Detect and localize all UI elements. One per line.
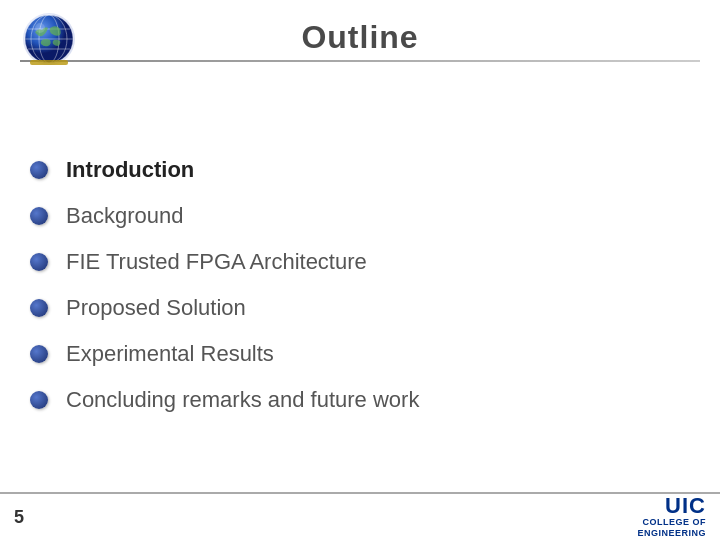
footer: 5 UIC COLLEGE OF ENGINEERING — [0, 492, 720, 540]
uic-logo-text: UIC — [665, 495, 706, 517]
bullet-item-1: Background — [30, 193, 690, 239]
bullet-item-5: Concluding remarks and future work — [30, 377, 690, 423]
bullet-item-3: Proposed Solution — [30, 285, 690, 331]
bullet-text-3: Proposed Solution — [66, 295, 246, 321]
bullet-text-2: FIE Trusted FPGA Architecture — [66, 249, 367, 275]
globe-icon — [20, 10, 78, 68]
bullet-dot-4 — [30, 345, 48, 363]
bullet-item-2: FIE Trusted FPGA Architecture — [30, 239, 690, 285]
slide-title: Outline — [301, 19, 418, 56]
bullet-text-5: Concluding remarks and future work — [66, 387, 419, 413]
uic-logo-subtitle: COLLEGE OF ENGINEERING — [637, 517, 706, 539]
page-number: 5 — [14, 507, 24, 528]
bullet-text-1: Background — [66, 203, 183, 229]
svg-point-7 — [35, 23, 45, 33]
bullet-dot-3 — [30, 299, 48, 317]
bullet-dot-5 — [30, 391, 48, 409]
bullet-text-4: Experimental Results — [66, 341, 274, 367]
bullet-item-0: Introduction — [30, 147, 690, 193]
title-underline — [20, 60, 700, 62]
bullet-dot-1 — [30, 207, 48, 225]
bullet-item-4: Experimental Results — [30, 331, 690, 377]
title-wrapper: Outline — [20, 19, 700, 62]
bullet-dot-2 — [30, 253, 48, 271]
bullet-dot-0 — [30, 161, 48, 179]
slide: Outline Introduction Background FIE Trus… — [0, 0, 720, 540]
bullet-text-0: Introduction — [66, 157, 194, 183]
uic-logo: UIC COLLEGE OF ENGINEERING — [637, 495, 706, 539]
header: Outline — [0, 0, 720, 80]
svg-rect-9 — [30, 60, 68, 65]
content-area: Introduction Background FIE Trusted FPGA… — [30, 90, 690, 480]
